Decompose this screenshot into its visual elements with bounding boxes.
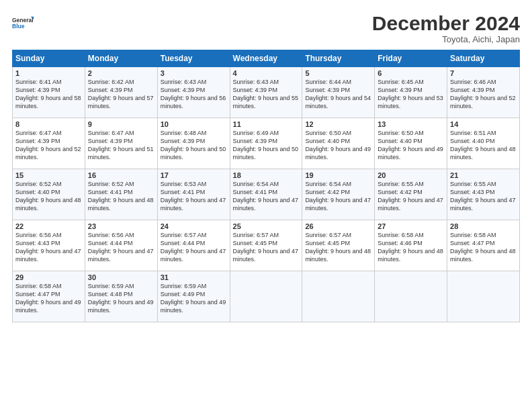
day-cell: 29Sunrise: 6:58 AMSunset: 4:47 PMDayligh… — [13, 271, 85, 322]
day-cell: 30Sunrise: 6:59 AMSunset: 4:48 PMDayligh… — [85, 271, 157, 322]
day-number: 12 — [305, 120, 371, 128]
day-info: Sunrise: 6:54 AMSunset: 4:41 PMDaylight:… — [233, 181, 299, 212]
day-number: 15 — [15, 171, 82, 179]
day-info: Sunrise: 6:57 AMSunset: 4:44 PMDaylight:… — [161, 232, 226, 263]
day-number: 1 — [15, 69, 82, 77]
day-number: 31 — [161, 273, 227, 281]
day-cell: 6Sunrise: 6:45 AMSunset: 4:39 PMDaylight… — [375, 67, 447, 118]
logo-svg: General Blue — [12, 12, 34, 34]
day-number: 4 — [233, 69, 300, 77]
day-info: Sunrise: 6:42 AMSunset: 4:39 PMDaylight:… — [88, 79, 154, 109]
day-number: 7 — [450, 69, 517, 77]
page-header: General Blue December 2024 Toyota, Aichi… — [12, 12, 520, 44]
day-number: 5 — [305, 69, 371, 77]
day-cell: 17Sunrise: 6:53 AMSunset: 4:41 PMDayligh… — [157, 169, 230, 220]
day-number: 27 — [378, 222, 444, 230]
day-info: Sunrise: 6:55 AMSunset: 4:42 PMDaylight:… — [378, 181, 443, 212]
day-number: 24 — [161, 222, 227, 230]
day-info: Sunrise: 6:45 AMSunset: 4:39 PMDaylight:… — [378, 79, 443, 109]
day-cell: 22Sunrise: 6:56 AMSunset: 4:43 PMDayligh… — [13, 220, 85, 271]
day-info: Sunrise: 6:49 AMSunset: 4:39 PMDaylight:… — [233, 130, 299, 161]
day-cell: 9Sunrise: 6:47 AMSunset: 4:39 PMDaylight… — [85, 118, 157, 169]
day-info: Sunrise: 6:51 AMSunset: 4:40 PMDaylight:… — [450, 130, 516, 161]
day-cell: 10Sunrise: 6:48 AMSunset: 4:39 PMDayligh… — [157, 118, 230, 169]
logo: General Blue — [12, 12, 34, 34]
calendar-page: General Blue December 2024 Toyota, Aichi… — [0, 0, 532, 411]
day-cell: 31Sunrise: 6:59 AMSunset: 4:49 PMDayligh… — [157, 271, 230, 322]
day-cell: 8Sunrise: 6:47 AMSunset: 4:39 PMDaylight… — [13, 118, 85, 169]
day-info: Sunrise: 6:59 AMSunset: 4:49 PMDaylight:… — [161, 283, 226, 314]
week-row-1: 1Sunrise: 6:41 AMSunset: 4:39 PMDaylight… — [13, 67, 520, 118]
day-header-monday: Monday — [85, 50, 157, 67]
day-cell: 23Sunrise: 6:56 AMSunset: 4:44 PMDayligh… — [85, 220, 157, 271]
day-cell: 21Sunrise: 6:55 AMSunset: 4:43 PMDayligh… — [447, 169, 520, 220]
day-info: Sunrise: 6:46 AMSunset: 4:39 PMDaylight:… — [450, 79, 516, 109]
day-info: Sunrise: 6:57 AMSunset: 4:45 PMDaylight:… — [233, 232, 299, 263]
day-header-tuesday: Tuesday — [157, 50, 230, 67]
day-cell: 24Sunrise: 6:57 AMSunset: 4:44 PMDayligh… — [157, 220, 230, 271]
day-number: 26 — [305, 222, 371, 230]
day-info: Sunrise: 6:55 AMSunset: 4:43 PMDaylight:… — [450, 181, 516, 212]
day-cell: 11Sunrise: 6:49 AMSunset: 4:39 PMDayligh… — [230, 118, 302, 169]
week-row-2: 8Sunrise: 6:47 AMSunset: 4:39 PMDaylight… — [13, 118, 520, 169]
day-info: Sunrise: 6:58 AMSunset: 4:47 PMDaylight:… — [15, 283, 81, 314]
day-header-sunday: Sunday — [13, 50, 85, 67]
day-cell: 5Sunrise: 6:44 AMSunset: 4:39 PMDaylight… — [302, 67, 375, 118]
day-cell — [302, 271, 375, 322]
day-cell: 27Sunrise: 6:58 AMSunset: 4:46 PMDayligh… — [375, 220, 447, 271]
day-info: Sunrise: 6:59 AMSunset: 4:48 PMDaylight:… — [88, 283, 154, 314]
day-number: 28 — [450, 222, 517, 230]
day-cell: 19Sunrise: 6:54 AMSunset: 4:42 PMDayligh… — [302, 169, 375, 220]
day-cell — [447, 271, 520, 322]
day-number: 3 — [161, 69, 227, 77]
day-number: 29 — [15, 273, 82, 281]
day-info: Sunrise: 6:47 AMSunset: 4:39 PMDaylight:… — [15, 130, 81, 161]
day-cell: 13Sunrise: 6:50 AMSunset: 4:40 PMDayligh… — [375, 118, 447, 169]
day-number: 30 — [88, 273, 154, 281]
day-info: Sunrise: 6:47 AMSunset: 4:39 PMDaylight:… — [88, 130, 154, 161]
svg-text:Blue: Blue — [12, 23, 25, 30]
day-info: Sunrise: 6:58 AMSunset: 4:47 PMDaylight:… — [450, 232, 516, 263]
day-number: 20 — [378, 171, 444, 179]
day-info: Sunrise: 6:50 AMSunset: 4:40 PMDaylight:… — [378, 130, 443, 161]
day-number: 10 — [161, 120, 227, 128]
day-cell: 7Sunrise: 6:46 AMSunset: 4:39 PMDaylight… — [447, 67, 520, 118]
day-number: 13 — [378, 120, 444, 128]
day-info: Sunrise: 6:56 AMSunset: 4:44 PMDaylight:… — [88, 232, 154, 263]
day-cell: 14Sunrise: 6:51 AMSunset: 4:40 PMDayligh… — [447, 118, 520, 169]
day-info: Sunrise: 6:41 AMSunset: 4:39 PMDaylight:… — [15, 79, 81, 109]
day-header-friday: Friday — [375, 50, 447, 67]
week-row-4: 22Sunrise: 6:56 AMSunset: 4:43 PMDayligh… — [13, 220, 520, 271]
day-number: 21 — [450, 171, 517, 179]
day-info: Sunrise: 6:44 AMSunset: 4:39 PMDaylight:… — [305, 79, 371, 109]
day-header-saturday: Saturday — [447, 50, 520, 67]
day-number: 2 — [88, 69, 154, 77]
day-cell: 3Sunrise: 6:43 AMSunset: 4:39 PMDaylight… — [157, 67, 230, 118]
day-number: 6 — [378, 69, 444, 77]
day-header-wednesday: Wednesday — [230, 50, 302, 67]
calendar-table: SundayMondayTuesdayWednesdayThursdayFrid… — [12, 50, 520, 322]
day-number: 22 — [15, 222, 82, 230]
day-number: 19 — [305, 171, 371, 179]
day-info: Sunrise: 6:58 AMSunset: 4:46 PMDaylight:… — [378, 232, 443, 263]
day-cell: 1Sunrise: 6:41 AMSunset: 4:39 PMDaylight… — [13, 67, 85, 118]
day-info: Sunrise: 6:57 AMSunset: 4:45 PMDaylight:… — [305, 232, 371, 263]
week-row-5: 29Sunrise: 6:58 AMSunset: 4:47 PMDayligh… — [13, 271, 520, 322]
day-cell: 4Sunrise: 6:43 AMSunset: 4:39 PMDaylight… — [230, 67, 302, 118]
day-number: 16 — [88, 171, 154, 179]
day-number: 8 — [15, 120, 82, 128]
day-info: Sunrise: 6:54 AMSunset: 4:42 PMDaylight:… — [305, 181, 371, 212]
day-info: Sunrise: 6:52 AMSunset: 4:40 PMDaylight:… — [15, 181, 81, 212]
day-cell: 25Sunrise: 6:57 AMSunset: 4:45 PMDayligh… — [230, 220, 302, 271]
day-number: 18 — [233, 171, 300, 179]
day-cell: 28Sunrise: 6:58 AMSunset: 4:47 PMDayligh… — [447, 220, 520, 271]
day-cell: 18Sunrise: 6:54 AMSunset: 4:41 PMDayligh… — [230, 169, 302, 220]
day-cell: 15Sunrise: 6:52 AMSunset: 4:40 PMDayligh… — [13, 169, 85, 220]
day-number: 14 — [450, 120, 517, 128]
week-row-3: 15Sunrise: 6:52 AMSunset: 4:40 PMDayligh… — [13, 169, 520, 220]
day-info: Sunrise: 6:43 AMSunset: 4:39 PMDaylight:… — [161, 79, 226, 109]
day-info: Sunrise: 6:53 AMSunset: 4:41 PMDaylight:… — [161, 181, 226, 212]
day-number: 23 — [88, 222, 154, 230]
day-header-thursday: Thursday — [302, 50, 375, 67]
day-number: 9 — [88, 120, 154, 128]
